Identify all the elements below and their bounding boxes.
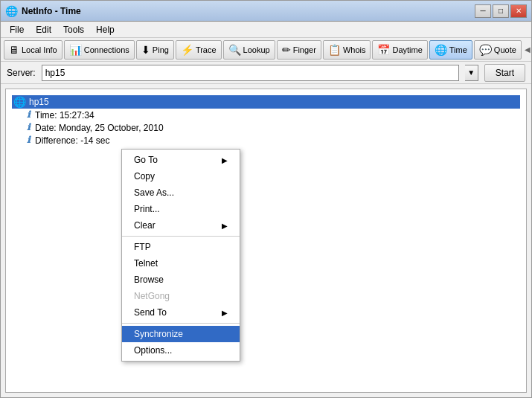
toolbar-finger[interactable]: ✏ Finger: [277, 40, 321, 60]
lookup-icon: 🔍: [228, 44, 241, 56]
ctx-synchronize[interactable]: Synchronize: [122, 326, 240, 342]
tree-root-icon: 🌐: [13, 96, 26, 108]
toolbar-daytime-label: Daytime: [392, 45, 422, 54]
toolbar-time[interactable]: 🌐 Time: [429, 40, 472, 60]
ctx-goto-label: Go To: [134, 155, 158, 165]
ctx-saveas-label: Save As...: [134, 187, 174, 198]
toolbar-localinfo[interactable]: 🖥 Local Info: [4, 40, 63, 60]
ctx-telnet-label: Telnet: [134, 258, 158, 269]
toolbar-daytime[interactable]: 📅 Daytime: [372, 40, 427, 60]
toolbar-whois-label: Whois: [343, 45, 366, 54]
ctx-sendto[interactable]: Send To ▶: [122, 304, 240, 321]
tree-child-date: ℹ Date: Monday, 25 October, 2010: [27, 121, 520, 134]
ctx-netgong-label: NetGong: [134, 291, 170, 301]
tree-root-label: hp15: [29, 97, 49, 107]
tree-time-text: Time: 15:27:34: [35, 110, 94, 121]
serverbar: Server: ▼ Start: [1, 62, 531, 84]
toolbar-lookup[interactable]: 🔍 Lookup: [223, 40, 275, 60]
toolbar-trace[interactable]: ⚡ Trace: [176, 40, 222, 60]
ctx-goto-arrow: ▶: [222, 156, 228, 164]
ctx-netgong: NetGong: [122, 288, 240, 304]
tree-child-diff: ℹ Difference: -14 sec: [27, 134, 520, 147]
main-window: 🌐 NetInfo - Time ─ □ ✕ File Edit Tools H…: [0, 0, 532, 398]
ctx-copy[interactable]: Copy: [122, 168, 240, 184]
trace-icon: ⚡: [181, 44, 193, 56]
menu-edit[interactable]: Edit: [30, 23, 57, 36]
server-label: Server:: [7, 68, 36, 78]
ping-icon: ⬇: [141, 44, 150, 56]
ctx-clear-label: Clear: [134, 220, 156, 231]
toolbar-quote-label: Quote: [494, 45, 516, 54]
quote-icon: 💬: [479, 44, 492, 56]
window-icon: 🌐: [5, 5, 17, 17]
menubar: File Edit Tools Help: [1, 22, 531, 38]
ctx-options[interactable]: Options...: [122, 342, 240, 359]
ctx-clear-arrow: ▶: [222, 222, 228, 230]
ctx-print[interactable]: Print...: [122, 201, 240, 217]
ctx-print-label: Print...: [134, 204, 160, 214]
ctx-copy-label: Copy: [134, 171, 155, 182]
menu-tools[interactable]: Tools: [57, 23, 90, 36]
finger-icon: ✏: [282, 44, 291, 56]
ctx-ftp[interactable]: FTP: [122, 239, 240, 255]
toolbar: 🖥 Local Info 📊 Connections ⬇ Ping ⚡ Trac…: [1, 38, 531, 62]
ctx-browse-label: Browse: [134, 275, 164, 285]
toolbar-time-label: Time: [449, 45, 467, 54]
connections-icon: 📊: [69, 44, 82, 56]
ctx-clear[interactable]: Clear ▶: [122, 217, 240, 234]
ctx-telnet[interactable]: Telnet: [122, 255, 240, 272]
ctx-goto[interactable]: Go To ▶: [122, 152, 240, 168]
server-dropdown[interactable]: ▼: [465, 65, 478, 81]
ctx-browse[interactable]: Browse: [122, 272, 240, 288]
toolbar-localinfo-label: Local Info: [22, 45, 57, 54]
ctx-sendto-label: Send To: [134, 307, 167, 318]
tree-diff-text: Difference: -14 sec: [35, 135, 110, 146]
menu-file[interactable]: File: [4, 23, 30, 36]
toolbar-connections-label: Connections: [84, 45, 129, 54]
close-button[interactable]: ✕: [510, 4, 527, 18]
toolbar-trace-label: Trace: [196, 45, 217, 54]
toolbar-lookup-label: Lookup: [243, 45, 270, 54]
context-menu: Go To ▶ Copy Save As... Print... Clear ▶…: [121, 149, 240, 362]
info-icon-time: ℹ: [27, 109, 31, 121]
tree-children: ℹ Time: 15:27:34 ℹ Date: Monday, 25 Octo…: [27, 109, 520, 147]
start-button[interactable]: Start: [484, 64, 525, 82]
daytime-icon: 📅: [377, 44, 390, 56]
maximize-button[interactable]: □: [493, 4, 509, 18]
toolbar-whois[interactable]: 📋 Whois: [323, 40, 371, 60]
toolbar-scroll-left[interactable]: ◀: [523, 45, 531, 54]
tree-root[interactable]: 🌐 hp15: [12, 95, 520, 109]
titlebar: 🌐 NetInfo - Time ─ □ ✕: [1, 1, 531, 22]
main-content: 🌐 hp15 ℹ Time: 15:27:34 ℹ Date: Monday, …: [5, 89, 527, 393]
info-icon-diff: ℹ: [27, 135, 31, 146]
toolbar-ping-label: Ping: [153, 45, 169, 54]
whois-icon: 📋: [328, 44, 341, 56]
ctx-options-label: Options...: [134, 345, 172, 356]
window-controls: ─ □ ✕: [475, 4, 527, 18]
menu-help[interactable]: Help: [90, 23, 121, 36]
ctx-sep-1: [122, 236, 240, 237]
ctx-synchronize-label: Synchronize: [134, 329, 183, 339]
tree-child-time: ℹ Time: 15:27:34: [27, 109, 520, 121]
window-title: NetInfo - Time: [22, 6, 475, 16]
ctx-sendto-arrow: ▶: [222, 309, 228, 317]
toolbar-connections[interactable]: 📊 Connections: [64, 40, 135, 60]
toolbar-quote[interactable]: 💬 Quote: [474, 40, 522, 60]
tree-area: 🌐 hp15 ℹ Time: 15:27:34 ℹ Date: Monday, …: [6, 89, 526, 153]
time-icon: 🌐: [435, 44, 447, 56]
tree-date-text: Date: Monday, 25 October, 2010: [35, 123, 164, 133]
server-input[interactable]: [42, 65, 459, 81]
toolbar-ping[interactable]: ⬇ Ping: [136, 40, 174, 60]
ctx-ftp-label: FTP: [134, 242, 151, 252]
ctx-sep-2: [122, 323, 240, 324]
info-icon-date: ℹ: [27, 122, 31, 133]
minimize-button[interactable]: ─: [475, 4, 491, 18]
ctx-saveas[interactable]: Save As...: [122, 184, 240, 201]
localinfo-icon: 🖥: [9, 44, 19, 56]
toolbar-finger-label: Finger: [293, 45, 316, 54]
